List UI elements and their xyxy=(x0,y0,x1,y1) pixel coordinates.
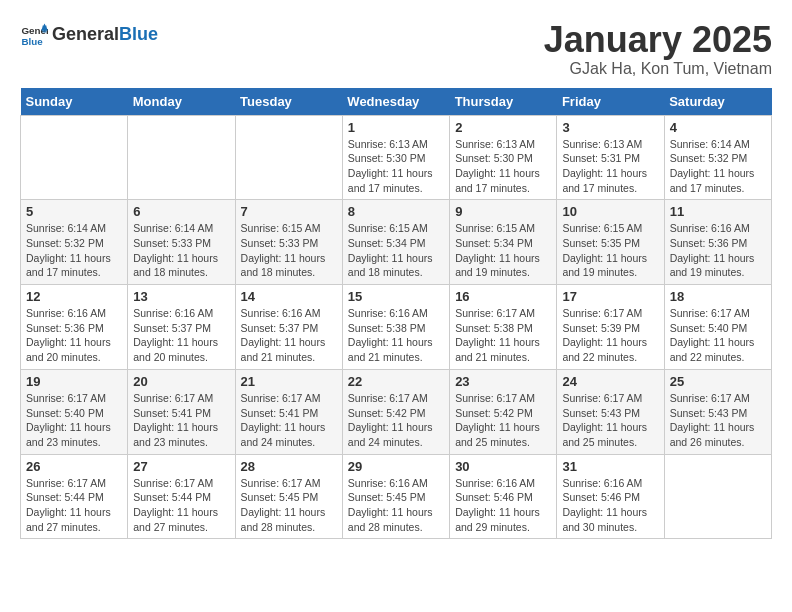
logo: General Blue GeneralBlue xyxy=(20,20,158,48)
calendar-cell: 6Sunrise: 6:14 AMSunset: 5:33 PMDaylight… xyxy=(128,200,235,285)
day-info: Sunrise: 6:16 AMSunset: 5:37 PMDaylight:… xyxy=(133,306,229,365)
day-number: 8 xyxy=(348,204,444,219)
day-number: 22 xyxy=(348,374,444,389)
day-info: Sunrise: 6:14 AMSunset: 5:32 PMDaylight:… xyxy=(670,137,766,196)
calendar-cell xyxy=(664,454,771,539)
day-info: Sunrise: 6:17 AMSunset: 5:44 PMDaylight:… xyxy=(133,476,229,535)
day-info: Sunrise: 6:17 AMSunset: 5:43 PMDaylight:… xyxy=(562,391,658,450)
calendar-cell: 28Sunrise: 6:17 AMSunset: 5:45 PMDayligh… xyxy=(235,454,342,539)
calendar-cell: 7Sunrise: 6:15 AMSunset: 5:33 PMDaylight… xyxy=(235,200,342,285)
weekday-header-wednesday: Wednesday xyxy=(342,88,449,116)
calendar-cell: 24Sunrise: 6:17 AMSunset: 5:43 PMDayligh… xyxy=(557,369,664,454)
calendar-cell: 13Sunrise: 6:16 AMSunset: 5:37 PMDayligh… xyxy=(128,285,235,370)
calendar-cell: 29Sunrise: 6:16 AMSunset: 5:45 PMDayligh… xyxy=(342,454,449,539)
day-number: 24 xyxy=(562,374,658,389)
day-info: Sunrise: 6:16 AMSunset: 5:45 PMDaylight:… xyxy=(348,476,444,535)
day-number: 4 xyxy=(670,120,766,135)
day-info: Sunrise: 6:16 AMSunset: 5:36 PMDaylight:… xyxy=(670,221,766,280)
weekday-header-saturday: Saturday xyxy=(664,88,771,116)
day-number: 10 xyxy=(562,204,658,219)
day-info: Sunrise: 6:17 AMSunset: 5:41 PMDaylight:… xyxy=(133,391,229,450)
day-info: Sunrise: 6:17 AMSunset: 5:40 PMDaylight:… xyxy=(26,391,122,450)
header-row: SundayMondayTuesdayWednesdayThursdayFrid… xyxy=(21,88,772,116)
calendar-cell: 30Sunrise: 6:16 AMSunset: 5:46 PMDayligh… xyxy=(450,454,557,539)
day-info: Sunrise: 6:17 AMSunset: 5:39 PMDaylight:… xyxy=(562,306,658,365)
weekday-header-thursday: Thursday xyxy=(450,88,557,116)
day-number: 5 xyxy=(26,204,122,219)
week-row-4: 19Sunrise: 6:17 AMSunset: 5:40 PMDayligh… xyxy=(21,369,772,454)
day-info: Sunrise: 6:17 AMSunset: 5:41 PMDaylight:… xyxy=(241,391,337,450)
day-number: 25 xyxy=(670,374,766,389)
calendar-cell: 18Sunrise: 6:17 AMSunset: 5:40 PMDayligh… xyxy=(664,285,771,370)
calendar-cell: 21Sunrise: 6:17 AMSunset: 5:41 PMDayligh… xyxy=(235,369,342,454)
calendar-title: January 2025 xyxy=(544,20,772,60)
day-info: Sunrise: 6:17 AMSunset: 5:38 PMDaylight:… xyxy=(455,306,551,365)
page-header: General Blue GeneralBlue January 2025 GJ… xyxy=(20,20,772,78)
calendar-cell: 20Sunrise: 6:17 AMSunset: 5:41 PMDayligh… xyxy=(128,369,235,454)
calendar-cell: 10Sunrise: 6:15 AMSunset: 5:35 PMDayligh… xyxy=(557,200,664,285)
calendar-cell: 2Sunrise: 6:13 AMSunset: 5:30 PMDaylight… xyxy=(450,115,557,200)
weekday-header-friday: Friday xyxy=(557,88,664,116)
calendar-cell: 27Sunrise: 6:17 AMSunset: 5:44 PMDayligh… xyxy=(128,454,235,539)
day-number: 27 xyxy=(133,459,229,474)
calendar-cell: 4Sunrise: 6:14 AMSunset: 5:32 PMDaylight… xyxy=(664,115,771,200)
logo-blue-text: Blue xyxy=(119,25,158,43)
weekday-header-tuesday: Tuesday xyxy=(235,88,342,116)
calendar-table: SundayMondayTuesdayWednesdayThursdayFrid… xyxy=(20,88,772,540)
calendar-cell: 14Sunrise: 6:16 AMSunset: 5:37 PMDayligh… xyxy=(235,285,342,370)
day-number: 1 xyxy=(348,120,444,135)
svg-marker-3 xyxy=(42,26,46,33)
day-info: Sunrise: 6:16 AMSunset: 5:46 PMDaylight:… xyxy=(455,476,551,535)
day-number: 12 xyxy=(26,289,122,304)
day-number: 3 xyxy=(562,120,658,135)
calendar-subtitle: GJak Ha, Kon Tum, Vietnam xyxy=(544,60,772,78)
calendar-cell: 8Sunrise: 6:15 AMSunset: 5:34 PMDaylight… xyxy=(342,200,449,285)
day-number: 20 xyxy=(133,374,229,389)
day-number: 16 xyxy=(455,289,551,304)
day-number: 30 xyxy=(455,459,551,474)
week-row-1: 1Sunrise: 6:13 AMSunset: 5:30 PMDaylight… xyxy=(21,115,772,200)
day-info: Sunrise: 6:15 AMSunset: 5:34 PMDaylight:… xyxy=(455,221,551,280)
calendar-cell: 15Sunrise: 6:16 AMSunset: 5:38 PMDayligh… xyxy=(342,285,449,370)
day-number: 14 xyxy=(241,289,337,304)
calendar-cell xyxy=(21,115,128,200)
day-info: Sunrise: 6:14 AMSunset: 5:32 PMDaylight:… xyxy=(26,221,122,280)
calendar-cell: 17Sunrise: 6:17 AMSunset: 5:39 PMDayligh… xyxy=(557,285,664,370)
day-info: Sunrise: 6:16 AMSunset: 5:38 PMDaylight:… xyxy=(348,306,444,365)
day-info: Sunrise: 6:14 AMSunset: 5:33 PMDaylight:… xyxy=(133,221,229,280)
calendar-cell: 1Sunrise: 6:13 AMSunset: 5:30 PMDaylight… xyxy=(342,115,449,200)
day-info: Sunrise: 6:17 AMSunset: 5:42 PMDaylight:… xyxy=(455,391,551,450)
week-row-2: 5Sunrise: 6:14 AMSunset: 5:32 PMDaylight… xyxy=(21,200,772,285)
day-info: Sunrise: 6:13 AMSunset: 5:31 PMDaylight:… xyxy=(562,137,658,196)
week-row-5: 26Sunrise: 6:17 AMSunset: 5:44 PMDayligh… xyxy=(21,454,772,539)
day-number: 9 xyxy=(455,204,551,219)
day-number: 11 xyxy=(670,204,766,219)
day-number: 17 xyxy=(562,289,658,304)
logo-general-text: General xyxy=(52,25,119,43)
day-info: Sunrise: 6:16 AMSunset: 5:37 PMDaylight:… xyxy=(241,306,337,365)
day-number: 31 xyxy=(562,459,658,474)
day-info: Sunrise: 6:17 AMSunset: 5:40 PMDaylight:… xyxy=(670,306,766,365)
calendar-cell: 31Sunrise: 6:16 AMSunset: 5:46 PMDayligh… xyxy=(557,454,664,539)
day-number: 13 xyxy=(133,289,229,304)
title-block: January 2025 GJak Ha, Kon Tum, Vietnam xyxy=(544,20,772,78)
day-info: Sunrise: 6:17 AMSunset: 5:45 PMDaylight:… xyxy=(241,476,337,535)
weekday-header-sunday: Sunday xyxy=(21,88,128,116)
day-info: Sunrise: 6:15 AMSunset: 5:34 PMDaylight:… xyxy=(348,221,444,280)
day-info: Sunrise: 6:17 AMSunset: 5:43 PMDaylight:… xyxy=(670,391,766,450)
calendar-cell: 5Sunrise: 6:14 AMSunset: 5:32 PMDaylight… xyxy=(21,200,128,285)
calendar-cell xyxy=(128,115,235,200)
day-info: Sunrise: 6:17 AMSunset: 5:42 PMDaylight:… xyxy=(348,391,444,450)
calendar-cell: 19Sunrise: 6:17 AMSunset: 5:40 PMDayligh… xyxy=(21,369,128,454)
day-info: Sunrise: 6:17 AMSunset: 5:44 PMDaylight:… xyxy=(26,476,122,535)
calendar-cell: 9Sunrise: 6:15 AMSunset: 5:34 PMDaylight… xyxy=(450,200,557,285)
day-number: 29 xyxy=(348,459,444,474)
day-number: 19 xyxy=(26,374,122,389)
day-info: Sunrise: 6:15 AMSunset: 5:33 PMDaylight:… xyxy=(241,221,337,280)
day-number: 2 xyxy=(455,120,551,135)
day-number: 26 xyxy=(26,459,122,474)
calendar-cell: 12Sunrise: 6:16 AMSunset: 5:36 PMDayligh… xyxy=(21,285,128,370)
calendar-cell: 23Sunrise: 6:17 AMSunset: 5:42 PMDayligh… xyxy=(450,369,557,454)
calendar-cell: 26Sunrise: 6:17 AMSunset: 5:44 PMDayligh… xyxy=(21,454,128,539)
day-info: Sunrise: 6:13 AMSunset: 5:30 PMDaylight:… xyxy=(455,137,551,196)
